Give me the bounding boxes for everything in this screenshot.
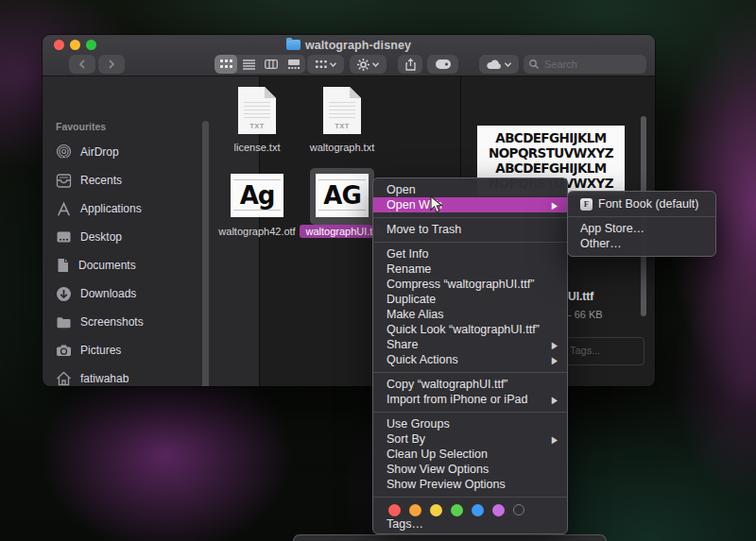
menu-item-show-view-options[interactable]: Show View Options	[373, 462, 567, 477]
cursor-arrow-icon	[430, 195, 443, 214]
menu-item-make-alias[interactable]: Make Alias	[373, 307, 567, 322]
icon-view-button[interactable]	[215, 55, 237, 74]
submenu-item-app-store[interactable]: App Store…	[568, 221, 715, 236]
tag-none[interactable]	[513, 504, 524, 516]
menu-item-duplicate[interactable]: Duplicate	[373, 292, 567, 307]
context-menu: Open Open With ▶ Move to Trash Get Info …	[372, 178, 568, 534]
gear-icon	[357, 59, 369, 71]
tag-green[interactable]	[451, 504, 463, 516]
tag-red[interactable]	[388, 504, 401, 516]
submenu-arrow-icon: ▶	[552, 354, 558, 364]
font-glyph-preview: Ag	[240, 181, 275, 210]
sidebar-item-home[interactable]: fatiwahab	[52, 364, 241, 386]
column-view-button[interactable]	[260, 55, 283, 74]
desktop-wallpaper: waltograph-disney	[0, 0, 756, 541]
folder-icon	[286, 40, 301, 50]
menu-item-get-info[interactable]: Get Info	[373, 246, 567, 262]
menu-item-show-preview-options[interactable]: Show Preview Options	[373, 477, 567, 492]
menu-item-copy[interactable]: Copy “waltographUI.ttf”	[373, 377, 567, 392]
menu-item-sort-by[interactable]: Sort By▶	[373, 431, 567, 447]
specimen-line: NOPQRSTUVWXYZ	[489, 145, 613, 161]
sidebar-label: Screenshots	[80, 315, 144, 329]
sidebar-label: AirDrop	[80, 145, 119, 159]
tag-blue[interactable]	[472, 504, 484, 516]
group-icon	[316, 60, 327, 69]
tag-button[interactable]	[427, 55, 458, 74]
submenu-arrow-icon: ▶	[552, 339, 558, 349]
sidebar-item-screenshots[interactable]: Screenshots	[52, 308, 241, 336]
home-icon	[56, 371, 72, 386]
column-view-icon	[265, 59, 278, 69]
documents-icon	[56, 258, 70, 273]
group-by-dropdown[interactable]	[307, 55, 344, 74]
menu-item-import-from-iphone[interactable]: Import from iPhone or iPad▶	[373, 392, 567, 407]
specimen-line: ABCDEFGHIJKLM	[495, 130, 606, 145]
chevron-down-icon	[505, 62, 511, 67]
forward-button[interactable]	[98, 55, 125, 74]
grid-view-icon	[220, 59, 232, 69]
sidebar-item-downloads[interactable]: Downloads	[52, 279, 241, 308]
file-icon-waltographui-ttf[interactable]: AG	[316, 174, 369, 217]
preview-tags-label: Tags...	[570, 345, 600, 356]
search-field[interactable]	[524, 55, 646, 74]
menu-item-clean-up-selection[interactable]: Clean Up Selection	[373, 447, 567, 462]
file-icon-waltograph42-otf[interactable]: Ag	[231, 174, 284, 217]
list-view-button[interactable]	[237, 55, 260, 74]
file-icon-waltograph-txt[interactable]: TXT	[323, 87, 361, 134]
sidebar-item-applications[interactable]: Applications	[52, 194, 241, 223]
sidebar-item-pictures[interactable]: Pictures	[52, 336, 241, 364]
menu-item-tags[interactable]: Tags…	[373, 518, 567, 533]
menu-separator	[373, 372, 567, 373]
file-label-waltograph-txt[interactable]: waltograph.txt	[290, 142, 394, 153]
txt-badge: TXT	[323, 122, 361, 130]
back-button[interactable]	[69, 55, 95, 74]
menu-item-compress[interactable]: Compress “waltographUI.ttf”	[373, 277, 567, 292]
menu-separator	[373, 497, 567, 498]
cloud-icon	[487, 59, 502, 70]
list-view-icon	[243, 59, 255, 69]
menu-item-use-groups[interactable]: Use Groups	[373, 416, 567, 431]
chevron-down-icon	[372, 62, 379, 67]
sidebar-item-documents[interactable]: Documents	[52, 251, 241, 279]
preview-filename: UI.ttf	[568, 290, 593, 303]
menu-separator	[568, 216, 715, 217]
action-menu-button[interactable]	[350, 55, 387, 74]
menu-item-quick-look[interactable]: Quick Look “waltographUI.ttf”	[373, 322, 567, 337]
sidebar-label: Desktop	[80, 230, 122, 244]
gallery-view-button[interactable]	[283, 55, 305, 74]
menu-item-rename[interactable]: Rename	[373, 262, 567, 277]
window-title: waltograph-disney	[305, 39, 411, 52]
sidebar-scrollbar[interactable]	[202, 121, 209, 386]
submenu-item-font-book[interactable]: F Font Book (default)	[568, 196, 715, 211]
file-icon-license-txt[interactable]: TXT	[238, 87, 276, 134]
cloud-dropdown[interactable]	[479, 55, 519, 74]
applications-icon	[56, 202, 72, 216]
tag-purple[interactable]	[492, 504, 505, 516]
tag-orange[interactable]	[409, 504, 421, 516]
search-input[interactable]	[542, 58, 641, 71]
folder-icon	[56, 316, 72, 329]
menu-item-open-with[interactable]: Open With ▶	[373, 197, 567, 212]
open-with-submenu: F Font Book (default) App Store… Other…	[567, 191, 716, 257]
menu-separator	[373, 412, 567, 413]
share-button[interactable]	[398, 55, 422, 74]
mouse-cursor	[430, 195, 443, 218]
specimen-line: ABCDEFGHIJKLM	[495, 161, 606, 176]
sidebar-label: Applications	[80, 202, 142, 215]
submenu-arrow-icon: ▶	[552, 394, 558, 404]
submenu-item-other[interactable]: Other…	[568, 236, 715, 251]
tag-yellow[interactable]	[430, 504, 442, 516]
search-icon	[529, 59, 539, 69]
font-glyph-preview: AG	[323, 181, 360, 210]
chevron-down-icon	[330, 62, 336, 67]
preview-tags-field[interactable]: Tags...	[563, 337, 644, 365]
menu-item-move-to-trash[interactable]: Move to Trash	[373, 222, 567, 237]
sidebar-item-recents[interactable]: Recents	[52, 166, 241, 194]
sidebar-label: Documents	[78, 259, 136, 272]
background-window-edge	[293, 534, 607, 541]
menu-item-share[interactable]: Share▶	[373, 337, 567, 352]
chevron-right-icon	[108, 59, 115, 69]
menu-item-open[interactable]: Open	[373, 182, 567, 197]
camera-icon	[56, 344, 72, 357]
menu-item-quick-actions[interactable]: Quick Actions▶	[373, 352, 567, 367]
